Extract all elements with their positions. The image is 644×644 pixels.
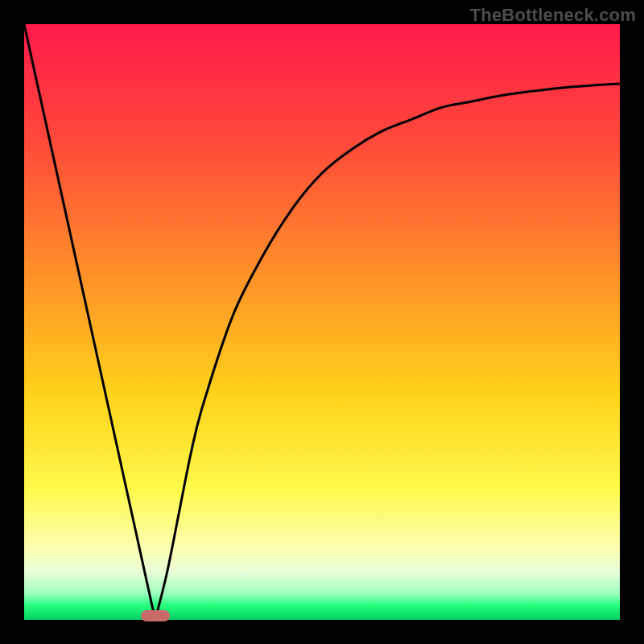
watermark-text: TheBottleneck.com xyxy=(470,5,636,26)
gradient-background xyxy=(24,24,620,620)
optimal-marker xyxy=(141,610,170,621)
svg-rect-0 xyxy=(24,24,620,620)
plot-frame xyxy=(24,24,620,620)
